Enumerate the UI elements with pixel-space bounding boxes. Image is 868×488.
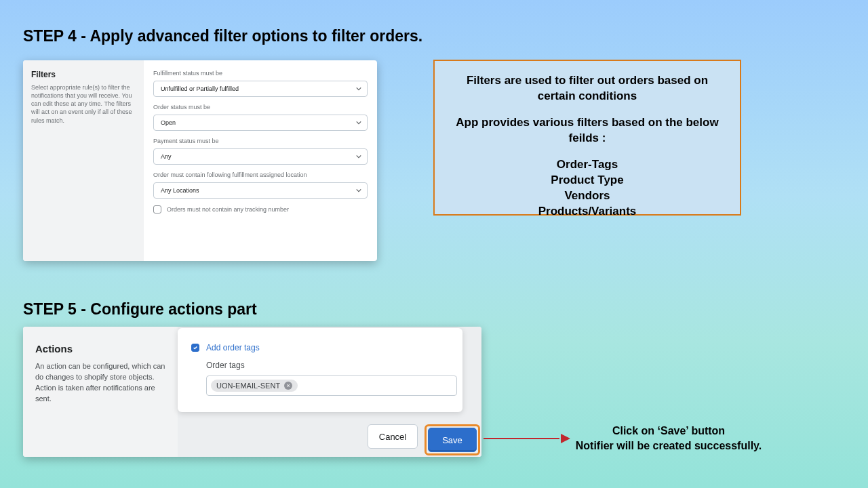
step5-heading: STEP 5 - Configure actions part (23, 300, 257, 319)
add-order-tags-row: Add order tags (191, 343, 449, 352)
actions-card: Add order tags Order tags UON-EMAIL-SENT… (178, 328, 462, 412)
filters-panel: Filters Select appropriate rule(s) to fi… (23, 60, 377, 261)
arrow-annotation (484, 435, 570, 442)
save-instruction-line: Click on ‘Save’ button (574, 424, 764, 439)
actions-panel: Actions An action can be configured, whi… (23, 327, 481, 457)
button-row: Cancel Save (368, 424, 481, 457)
callout-line: App provides various filters based on th… (448, 115, 726, 146)
callout-line: certain conditions (448, 89, 726, 104)
payment-status-select[interactable]: Any (153, 148, 368, 165)
save-button[interactable]: Save (428, 428, 477, 452)
payment-status-label: Payment status must be (153, 138, 368, 144)
location-label: Order must contain following fulfillment… (153, 171, 368, 178)
fulfillment-status-select[interactable]: Unfulfilled or Partially fulfilled (153, 81, 368, 97)
order-tags-field-label: Order tags (206, 361, 449, 370)
chevron-down-icon (356, 120, 361, 125)
filters-form: Fulfillment status must be Unfulfilled o… (144, 60, 377, 261)
fulfillment-status-label: Fulfillment status must be (153, 70, 368, 77)
order-status-select[interactable]: Open (153, 115, 368, 131)
payment-status-value: Any (161, 153, 172, 160)
chevron-down-icon (356, 86, 361, 92)
order-tag-chip: UON-EMAIL-SENT × (211, 380, 298, 392)
save-button-highlight: Save (425, 424, 480, 455)
callout-item: Products/Variants (448, 204, 726, 220)
order-status-label: Order status must be (153, 104, 368, 110)
filters-callout: Filters are used to filter out orders ba… (433, 60, 741, 216)
save-instruction: Click on ‘Save’ button Notifier will be … (574, 424, 764, 453)
filters-side-title: Filters (31, 70, 136, 79)
actions-sidebar: Actions An action can be configured, whi… (23, 327, 178, 457)
callout-item: Order-Tags (448, 157, 726, 173)
location-value: Any Locations (161, 187, 199, 194)
cancel-button[interactable]: Cancel (368, 424, 418, 449)
filters-side-desc: Select appropriate rule(s) to filter the… (31, 83, 136, 125)
order-tags-input[interactable]: UON-EMAIL-SENT × (206, 375, 457, 396)
arrow-shaft (484, 438, 559, 439)
tracking-number-row: Orders must not contain any tracking num… (153, 205, 368, 214)
add-order-tags-label: Add order tags (206, 343, 260, 352)
tracking-number-checkbox[interactable] (153, 205, 161, 214)
order-status-value: Open (161, 119, 176, 126)
callout-line: Filters are used to filter out orders ba… (448, 73, 726, 89)
filters-sidebar: Filters Select appropriate rule(s) to fi… (23, 60, 144, 261)
callout-item: Vendors (448, 188, 726, 204)
save-instruction-line: Notifier will be created successfully. (574, 439, 764, 453)
remove-tag-icon[interactable]: × (284, 382, 292, 390)
chevron-down-icon (356, 154, 361, 159)
actions-main: Add order tags Order tags UON-EMAIL-SENT… (178, 327, 481, 457)
tracking-number-label: Orders must not contain any tracking num… (167, 206, 289, 213)
step4-heading: STEP 4 - Apply advanced filter options t… (23, 27, 422, 45)
fulfillment-status-value: Unfulfilled or Partially fulfilled (161, 85, 239, 92)
location-select[interactable]: Any Locations (153, 182, 368, 199)
arrow-head-icon (561, 434, 570, 443)
actions-side-title: Actions (35, 343, 165, 354)
callout-item: Product Type (448, 173, 726, 188)
chevron-down-icon (356, 188, 361, 193)
order-tag-text: UON-EMAIL-SENT (216, 382, 280, 390)
actions-side-desc: An action can be configured, which can d… (35, 361, 165, 405)
add-order-tags-checkbox[interactable] (191, 344, 199, 352)
